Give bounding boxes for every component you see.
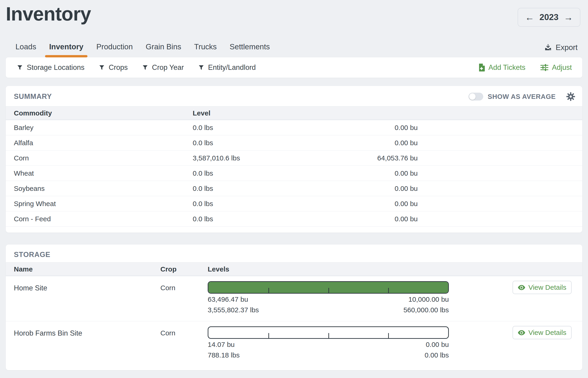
- commodity-cell: Wheat: [14, 169, 193, 177]
- level-line-lbs: 788.18 lbs 0.00 lbs: [208, 350, 449, 360]
- level-lbs-cell: 0.0 lbs: [193, 185, 299, 192]
- tab-settlements[interactable]: Settlements: [223, 32, 276, 57]
- tab-label: Settlements: [229, 42, 270, 51]
- tab-row: Loads Inventory Production Grain Bins Tr…: [0, 32, 588, 57]
- summary-table-header: Commodity Level: [6, 106, 582, 120]
- level-lbs-cell: 0.0 lbs: [193, 215, 299, 223]
- adjust-label: Adjust: [552, 63, 572, 72]
- storage-name-cell: Home Site: [14, 276, 160, 321]
- view-details-button[interactable]: View Details: [513, 326, 572, 339]
- capacity-lbs-value: 560,000.00 lbs: [403, 305, 449, 315]
- filter-crops[interactable]: Crops: [99, 63, 128, 72]
- level-line-bu: 14.07 bu 0.00 bu: [208, 340, 449, 350]
- summary-col-commodity: Commodity: [14, 109, 193, 117]
- view-details-button[interactable]: View Details: [513, 281, 572, 294]
- sliders-icon: [540, 64, 548, 71]
- summary-table-row: Alfalfa 0.0 lbs 0.00 bu: [6, 135, 582, 150]
- summary-settings-button[interactable]: [566, 92, 575, 101]
- storage-card-head: STORAGE: [6, 244, 582, 262]
- filter-label: Storage Locations: [27, 63, 85, 72]
- level-bu-cell: 0.00 bu: [299, 124, 418, 132]
- adjust-button[interactable]: Adjust: [540, 63, 572, 72]
- capacity-lbs-value: 0.00 lbs: [425, 350, 449, 360]
- level-lbs-cell: 0.0 lbs: [193, 139, 299, 147]
- filter-bar: Storage Locations Crops Crop Year Entity…: [6, 57, 582, 78]
- filter-storage-locations[interactable]: Storage Locations: [17, 63, 85, 72]
- bar-tick-75: [388, 288, 389, 293]
- gear-icon: [566, 92, 575, 101]
- export-label: Export: [556, 43, 578, 52]
- add-tickets-label: Add Tickets: [488, 63, 525, 72]
- toggle-knob: [469, 93, 476, 100]
- commodity-cell: Alfalfa: [14, 139, 193, 147]
- storage-crop-cell: Corn: [160, 276, 208, 321]
- filter-group: Storage Locations Crops Crop Year Entity…: [17, 63, 256, 72]
- commodity-cell: Barley: [14, 124, 193, 132]
- previous-year-button[interactable]: ←: [525, 13, 534, 22]
- level-bu-cell: 0.00 bu: [299, 215, 418, 223]
- year-label: 2023: [540, 13, 559, 22]
- commodity-cell: Soybeans: [14, 185, 193, 192]
- tab-trucks[interactable]: Trucks: [188, 32, 223, 57]
- level-bu-cell: 0.00 bu: [299, 200, 418, 208]
- bar-tick-50: [328, 333, 329, 338]
- eye-icon: [518, 330, 525, 336]
- storage-card: STORAGE Name Crop Levels Home Site Corn …: [6, 244, 582, 370]
- eye-icon: [518, 285, 525, 290]
- commodity-cell: Spring Wheat: [14, 200, 193, 208]
- bar-tick-50: [328, 288, 329, 293]
- bar-tick-75: [388, 333, 389, 338]
- storage-table-row: Horob Farms Bin Site Corn 14.07 bu 0.00 …: [6, 321, 582, 370]
- level-line-bu: 63,496.47 bu 10,000.00 bu: [208, 295, 449, 304]
- export-button[interactable]: Export: [544, 43, 578, 57]
- tab-grain-bins[interactable]: Grain Bins: [139, 32, 188, 57]
- tab-inventory[interactable]: Inventory: [43, 32, 90, 57]
- storage-level-bar: [208, 326, 449, 339]
- storage-name-cell: Horob Farms Bin Site: [14, 321, 160, 370]
- commodity-cell: Corn: [14, 154, 193, 162]
- level-lbs-cell: 0.0 lbs: [193, 124, 299, 132]
- filter-crop-year[interactable]: Crop Year: [142, 63, 184, 72]
- show-as-average-toggle[interactable]: [469, 93, 483, 100]
- commodity-cell: Corn - Feed: [14, 215, 193, 223]
- funnel-icon: [99, 65, 105, 70]
- current-bu-value: 63,496.47 bu: [208, 295, 248, 304]
- summary-card: SUMMARY SHOW AS AVERAGE: [6, 86, 582, 232]
- file-plus-icon: [479, 64, 485, 71]
- next-year-button[interactable]: →: [564, 13, 573, 22]
- current-bu-value: 14.07 bu: [208, 340, 235, 350]
- tab-production[interactable]: Production: [90, 32, 139, 57]
- capacity-bu-value: 0.00 bu: [426, 340, 449, 350]
- level-lbs-cell: 3,587,010.6 lbs: [193, 154, 299, 162]
- add-tickets-button[interactable]: Add Tickets: [479, 63, 525, 72]
- current-lbs-value: 3,555,802.37 lbs: [208, 305, 259, 315]
- tab-loads[interactable]: Loads: [9, 32, 43, 57]
- view-details-label: View Details: [529, 284, 567, 291]
- tab-bar: Loads Inventory Production Grain Bins Tr…: [6, 32, 276, 57]
- download-icon: [544, 43, 552, 51]
- tab-label: Trucks: [194, 42, 217, 51]
- tab-label: Inventory: [49, 42, 84, 51]
- storage-table-row: Home Site Corn 63,496.47 bu 10,000.00 bu…: [6, 276, 582, 321]
- summary-table-row: Corn - Feed 0.0 lbs 0.00 bu: [6, 211, 582, 227]
- storage-levels-cell: 63,496.47 bu 10,000.00 bu 3,555,802.37 l…: [208, 276, 449, 321]
- funnel-icon: [198, 65, 204, 70]
- filter-entity-landlord[interactable]: Entity/Landlord: [198, 63, 256, 72]
- storage-level-bar: [208, 281, 449, 294]
- level-line-lbs: 3,555,802.37 lbs 560,000.00 lbs: [208, 305, 449, 315]
- year-selector: ← 2023 →: [518, 8, 580, 27]
- view-details-label: View Details: [529, 329, 567, 337]
- bar-tick-25: [268, 333, 269, 338]
- summary-table-row: Spring Wheat 0.0 lbs 0.00 bu: [6, 196, 582, 211]
- summary-table-row: Barley 0.0 lbs 0.00 bu: [6, 120, 582, 135]
- bar-tick-25: [268, 288, 269, 293]
- page-header: Inventory ← 2023 →: [0, 0, 588, 30]
- show-as-average-label: SHOW AS AVERAGE: [488, 93, 556, 100]
- level-lbs-cell: 0.0 lbs: [193, 200, 299, 208]
- summary-section-title: SUMMARY: [14, 93, 52, 101]
- filter-label: Crops: [109, 63, 128, 72]
- storage-levels-cell: 14.07 bu 0.00 bu 788.18 lbs 0.00 lbs: [208, 321, 449, 370]
- tab-label: Production: [96, 42, 133, 51]
- level-lbs-cell: 0.0 lbs: [193, 169, 299, 177]
- level-bu-cell: 64,053.76 bu: [299, 154, 418, 162]
